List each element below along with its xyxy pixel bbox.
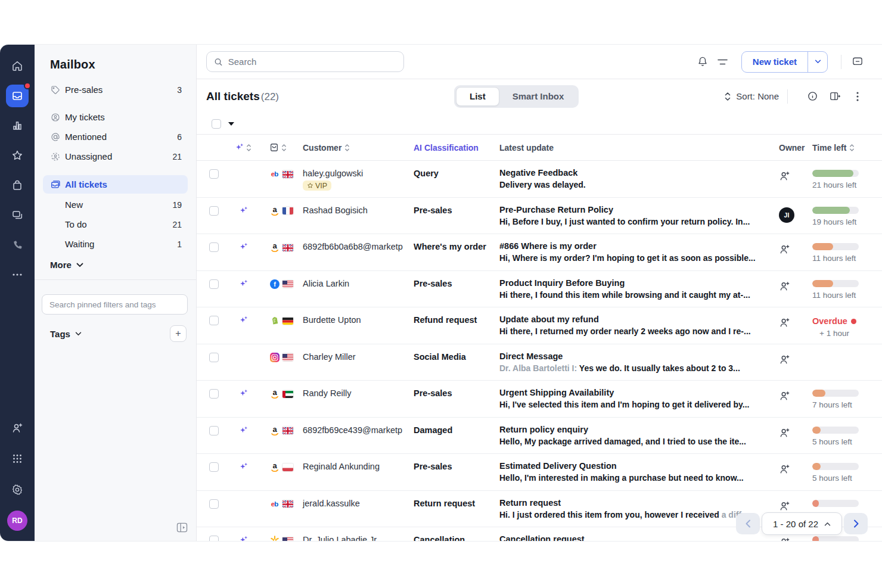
bell-icon[interactable] (692, 52, 713, 72)
kebab-menu-icon[interactable] (847, 86, 868, 107)
chat-icon[interactable] (4, 202, 30, 228)
app-window: RD Mailbox Pre-sales3 My ticketsMentione… (0, 45, 882, 541)
sidebar-item-all-tickets[interactable]: All tickets (43, 175, 188, 194)
ebay-icon: eb (269, 169, 280, 179)
customer-header[interactable]: Customer (303, 143, 414, 153)
sidebar-item-waiting[interactable]: Waiting1 (35, 234, 196, 254)
columns-icon[interactable] (825, 86, 845, 107)
sort-control[interactable]: Sort: None (724, 91, 779, 101)
time-left-header[interactable]: Time left (812, 143, 864, 153)
time-left-label: 21 hours left (812, 181, 864, 189)
invite-user-icon[interactable] (4, 415, 30, 441)
new-ticket-dropdown[interactable] (808, 52, 827, 72)
sidebar-item-pre-sales[interactable]: Pre-sales3 (35, 80, 196, 99)
panel-title: Mailbox (35, 45, 196, 80)
ai-classification: Return request (414, 491, 499, 527)
more-toggle[interactable]: More (35, 254, 196, 270)
apps-grid-icon[interactable] (4, 446, 30, 472)
sidebar-item-count: 19 (172, 200, 182, 210)
search-icon (214, 57, 223, 67)
channel-icon[interactable] (269, 142, 279, 153)
sidebar-item-my-tickets[interactable]: My tickets (35, 107, 196, 127)
row-checkbox[interactable] (209, 279, 219, 289)
page-range-button[interactable]: 1 - 20 of 22 (762, 512, 842, 535)
row-checkbox[interactable] (209, 206, 219, 216)
feedback-bubble-icon[interactable] (847, 52, 868, 72)
inbox-nav-active[interactable] (4, 83, 30, 109)
row-checkbox[interactable] (209, 462, 219, 472)
assign-owner-button[interactable] (779, 317, 790, 331)
ticket-row[interactable]: Burdette Upton Refund request Update abo… (197, 307, 882, 344)
ai-classification: Pre-sales (414, 271, 499, 307)
owner-avatar[interactable]: JI (779, 207, 794, 223)
row-checkbox[interactable] (209, 536, 219, 541)
ticket-row[interactable]: a 6892fb6b0a6b8@marketp Where's my order… (197, 234, 882, 271)
orders-icon[interactable] (4, 172, 30, 198)
phone-icon[interactable] (4, 232, 30, 258)
assign-owner-button[interactable] (779, 390, 790, 404)
select-all-checkbox[interactable] (212, 119, 221, 129)
row-checkbox[interactable] (209, 389, 219, 399)
ai-classification-header[interactable]: AI Classification (414, 143, 479, 153)
settings-gear-icon[interactable] (4, 477, 30, 503)
ai-sparkle-icon (239, 462, 248, 474)
collapse-panel-icon[interactable] (176, 522, 188, 535)
select-dropdown-icon[interactable] (228, 122, 234, 126)
sort-icon (724, 92, 731, 101)
view-list-tab[interactable]: List (456, 87, 499, 106)
view-smart-inbox-tab[interactable]: Smart Inbox (499, 87, 577, 106)
row-checkbox[interactable] (209, 242, 219, 252)
customer-name: Alicia Larkin (303, 279, 414, 288)
ticket-row[interactable]: a Randy Reilly Pre-sales Urgent Shipping… (197, 381, 882, 418)
new-ticket-button[interactable]: New ticket (741, 51, 828, 73)
ai-sparkle-icon[interactable] (235, 143, 244, 152)
assign-owner-button[interactable] (779, 427, 790, 441)
sidebar-item-count: 1 (177, 239, 182, 249)
sidebar-item-mentioned[interactable]: Mentioned6 (35, 127, 196, 147)
ai-sparkle-icon (239, 389, 248, 400)
sidebar-item-unassigned[interactable]: Unassigned21 (35, 147, 196, 166)
favorites-icon[interactable] (4, 142, 30, 169)
tag-icon (50, 85, 61, 95)
search-input[interactable] (228, 57, 396, 67)
info-icon[interactable] (802, 86, 822, 107)
ticket-preview: Hi there, I returned my order nearly 2 w… (499, 326, 765, 336)
pinned-search-input[interactable] (42, 294, 188, 315)
assign-owner-button[interactable] (779, 354, 790, 368)
sort-arrows-icon[interactable] (246, 144, 251, 152)
sidebar-item-label: Unassigned (65, 151, 172, 161)
chevron-right-icon (853, 519, 859, 528)
prev-page-button[interactable] (736, 513, 760, 534)
ticket-subject: Cancellation request (499, 534, 765, 541)
home-icon[interactable] (4, 53, 30, 79)
sidebar-item-to-do[interactable]: To do21 (35, 214, 196, 234)
row-checkbox[interactable] (209, 169, 219, 179)
assign-owner-button[interactable] (779, 537, 790, 541)
filter-icon[interactable] (713, 52, 733, 72)
next-page-button[interactable] (844, 513, 868, 534)
assign-owner-button[interactable] (779, 244, 790, 257)
ticket-row[interactable]: a 6892fb69ce439@marketp Damaged Return p… (197, 418, 882, 455)
sort-arrows-icon[interactable] (281, 144, 287, 152)
assign-owner-button[interactable] (779, 281, 790, 294)
tags-chevron-icon[interactable] (75, 332, 82, 336)
user-avatar[interactable]: RD (4, 508, 30, 534)
ticket-row[interactable]: a Reginald Ankunding Pre-sales Estimated… (197, 454, 882, 491)
sort-label: Sort: None (736, 91, 779, 101)
row-checkbox[interactable] (209, 499, 219, 509)
ticket-row[interactable]: f Alicia Larkin Pre-sales Product Inquir… (197, 271, 882, 308)
customer-name: jerald.kassulke (303, 499, 414, 508)
add-tag-button[interactable]: + (170, 325, 187, 342)
more-rail-icon[interactable] (4, 262, 30, 288)
ticket-row[interactable]: eb haley.gulgowski VIP Query Negative Fe… (197, 161, 882, 198)
reports-icon[interactable] (4, 113, 30, 139)
row-checkbox[interactable] (209, 353, 219, 362)
row-checkbox[interactable] (209, 316, 219, 325)
assign-owner-button[interactable] (779, 170, 790, 184)
row-checkbox[interactable] (209, 426, 219, 435)
ticket-row[interactable]: Charley Miller Social Media Direct Messa… (197, 344, 882, 381)
assign-owner-button[interactable] (779, 463, 790, 477)
sidebar-item-new[interactable]: New19 (35, 195, 196, 214)
ticket-row[interactable]: a Rashad Bogisich Pre-sales Pre-Purchase… (197, 198, 882, 235)
ticket-search[interactable] (206, 51, 404, 72)
